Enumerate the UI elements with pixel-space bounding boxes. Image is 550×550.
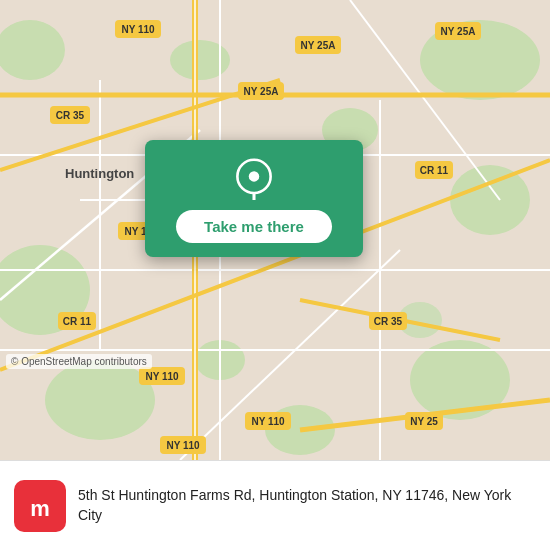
svg-text:NY 110: NY 110 [251,416,285,427]
svg-text:NY 25A: NY 25A [301,40,336,51]
svg-text:Huntington: Huntington [65,166,134,181]
svg-point-5 [45,360,155,440]
svg-text:NY 25A: NY 25A [244,86,279,97]
svg-text:CR 11: CR 11 [420,165,449,176]
popup-card: Take me there [145,140,363,257]
moovit-logo: m [14,480,66,532]
bottom-bar: m 5th St Huntington Farms Rd, Huntington… [0,460,550,550]
svg-text:NY 110: NY 110 [166,440,200,451]
copyright-text: © OpenStreetMap contributors [6,354,152,369]
svg-point-3 [450,165,530,235]
svg-point-57 [249,171,260,182]
svg-text:NY 110: NY 110 [121,24,155,35]
address-text: 5th St Huntington Farms Rd, Huntington S… [78,486,536,525]
svg-text:CR 11: CR 11 [63,316,92,327]
svg-text:NY 110: NY 110 [145,371,179,382]
location-pin-icon [233,158,275,200]
take-me-there-button[interactable]: Take me there [176,210,332,243]
svg-text:CR 35: CR 35 [56,110,85,121]
map-container: NY 110 NY 25A NY 25A CR 35 NY 25A CR 11 … [0,0,550,460]
svg-text:m: m [30,496,50,521]
svg-text:NY 25: NY 25 [410,416,438,427]
svg-text:CR 35: CR 35 [374,316,403,327]
svg-text:NY 25A: NY 25A [441,26,476,37]
